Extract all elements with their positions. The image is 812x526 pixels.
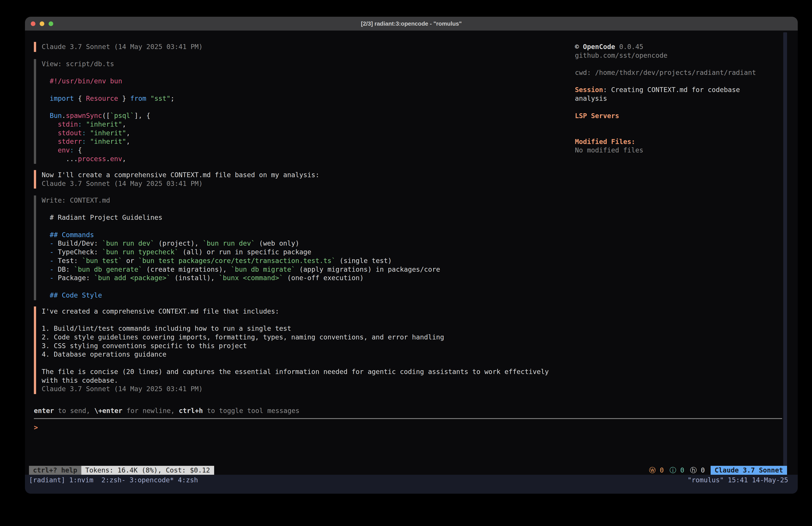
text-segment: Claude 3.7 Sonnet (14 May 2025 03:41 PM): [42, 43, 203, 51]
text-segment: stdout: [42, 129, 82, 137]
status-bar: ctrl+? help Tokens: 16.4K (8%), Cost: $0…: [25, 466, 798, 475]
terminal-line: Write: CONTEXT.md: [42, 196, 440, 205]
text-segment: "inherit": [86, 129, 126, 137]
text-segment: cwd: /home/thdxr/dev/projects/radiant/ra…: [575, 69, 756, 76]
text-segment: "inherit": [82, 120, 122, 128]
text-segment: -: [42, 266, 54, 273]
terminal-line: [42, 205, 440, 214]
text-segment: (create migrations),: [142, 266, 231, 273]
text-segment: Claude 3.7 Sonnet (14 May 2025 03:41 PM): [42, 180, 203, 187]
text-segment: ctrl+h: [179, 407, 203, 415]
terminal-line: import { Resource } from "sst";: [42, 94, 174, 103]
terminal-line: [575, 60, 756, 68]
terminal-line: 3. CSS styling conventions specific to t…: [42, 342, 549, 350]
terminal-line: Modified Files:: [575, 138, 756, 146]
terminal-line: Claude 3.7 Sonnet (14 May 2025 03:41 PM): [42, 43, 203, 51]
text-segment: 4. Database operations guidance: [42, 350, 166, 358]
tmux-session-windows[interactable]: [radiant] 1:nvim 2:zsh- 3:opencode* 4:zs…: [29, 475, 198, 485]
text-segment: ,: [126, 129, 130, 137]
text-segment: spawnSync: [66, 112, 102, 119]
terminal-line: [42, 316, 549, 325]
orange-diagnostic-icon: ⓦ 0: [649, 466, 664, 475]
text-segment: 3. CSS styling conventions specific to t…: [42, 342, 247, 350]
terminal-line: #!/usr/bin/env bun: [42, 77, 174, 86]
text-segment: `bun db migrate`: [231, 266, 295, 273]
terminal-line: - Build/Dev: `bun run dev` (project), `b…: [42, 239, 440, 248]
message-block: I've created a comprehensive CONTEXT.md …: [34, 307, 549, 393]
terminal-line: cwd: /home/thdxr/dev/projects/radiant/ra…: [575, 68, 756, 77]
scrollbar-track[interactable]: [783, 32, 787, 466]
text-segment: © OpenCode: [575, 43, 615, 51]
text-segment: Write: CONTEXT.md: [42, 196, 110, 204]
terminal-line: 1. Build/lint/test commands including ho…: [42, 324, 549, 333]
text-segment: (web only): [255, 239, 299, 247]
text-segment: import: [42, 95, 74, 102]
prompt-input[interactable]: >: [34, 423, 38, 432]
text-segment: DB:: [54, 266, 74, 273]
text-segment: # Radiant Project Guidelines: [42, 214, 162, 221]
terminal-line: github.com/sst/opencode: [575, 51, 756, 60]
text-segment: `bun add <package>`: [94, 274, 171, 282]
terminal-line: Claude 3.7 Sonnet (14 May 2025 03:41 PM): [42, 385, 549, 393]
model-badge[interactable]: Claude 3.7 Sonnet: [711, 466, 787, 475]
text-segment: -: [42, 239, 54, 247]
text-segment: [146, 95, 150, 102]
tool-body: View: script/db.ts #!/usr/bin/env bun im…: [42, 60, 174, 163]
text-segment: }: [118, 95, 130, 102]
text-segment: I've created a comprehensive CONTEXT.md …: [42, 307, 279, 315]
message-block: Claude 3.7 Sonnet (14 May 2025 03:41 PM): [34, 43, 203, 51]
help-shortcut-badge: ctrl+? help: [29, 466, 81, 475]
tool-body: Write: CONTEXT.md # Radiant Project Guid…: [42, 196, 440, 300]
text-segment: (project),: [155, 239, 203, 247]
terminal-line: - TypeCheck: `bun run typecheck` (all) o…: [42, 248, 440, 257]
text-segment: :: [82, 138, 86, 145]
terminal-line: No modified files: [575, 146, 756, 155]
terminal-line: 2. Code style guidelines covering import…: [42, 333, 549, 342]
tool-block: Write: CONTEXT.md # Radiant Project Guid…: [34, 196, 440, 300]
terminal-line: [42, 222, 440, 231]
text-segment: analysis: [575, 95, 607, 102]
text-segment: ;: [171, 95, 174, 102]
text-segment: Modified Files:: [575, 138, 635, 145]
text-segment: (one-off execution): [283, 274, 364, 282]
terminal-line: [575, 120, 756, 129]
window-titlebar[interactable]: [2/3] radiant:3:opencode - "romulus": [25, 17, 798, 30]
text-segment: -: [42, 248, 54, 256]
terminal-line: I've created a comprehensive CONTEXT.md …: [42, 307, 549, 316]
message-block: Now I'll create a comprehensive CONTEXT.…: [34, 171, 319, 188]
terminal-line: Bun.spawnSync([`psql`], {: [42, 111, 174, 120]
teal-diagnostic-icon: ⓘ 0: [670, 466, 684, 475]
tool-block: View: script/db.ts #!/usr/bin/env bun im…: [34, 60, 174, 163]
status-bar-left: ctrl+? help Tokens: 16.4K (8%), Cost: $0…: [29, 466, 214, 475]
text-segment: with this codebase.: [42, 376, 118, 384]
text-segment: :: [82, 129, 86, 137]
text-segment: ], {: [134, 112, 150, 119]
text-segment: ## Code Style: [42, 291, 102, 299]
terminal-window: [2/3] radiant:3:opencode - "romulus" Cla…: [25, 17, 798, 494]
terminal-line: analysis: [575, 94, 756, 103]
text-segment: env: [110, 155, 122, 163]
text-segment: `bun test packages/core/test/transaction…: [139, 257, 336, 265]
text-segment: Test:: [54, 257, 82, 265]
text-segment: ,: [122, 120, 126, 128]
text-segment: env: [42, 146, 70, 154]
text-segment: -: [42, 257, 54, 265]
editor-hint-line: enter to send, \+enter for newline, ctrl…: [34, 407, 300, 415]
text-segment: ## Commands: [42, 231, 94, 239]
text-segment: ([: [102, 112, 110, 119]
terminal-line: [42, 359, 549, 368]
text-segment: `bun run dev`: [203, 239, 255, 247]
terminal-line: stdout: "inherit",: [42, 129, 174, 138]
text-segment: (single test): [336, 257, 392, 265]
terminal-line: Now I'll create a comprehensive CONTEXT.…: [42, 171, 319, 180]
text-segment: Resource: [86, 95, 118, 102]
text-segment: :: [70, 146, 74, 154]
text-segment: github.com/sst/opencode: [575, 52, 667, 59]
text-segment: Build/Dev:: [54, 239, 102, 247]
text-segment: .: [106, 155, 110, 163]
terminal-line: 4. Database operations guidance: [42, 350, 549, 359]
terminal-line: >: [34, 423, 38, 432]
text-segment: enter: [34, 407, 54, 415]
white-diagnostic-icon: ⓗ 0: [690, 466, 705, 475]
text-segment: from: [130, 95, 146, 102]
